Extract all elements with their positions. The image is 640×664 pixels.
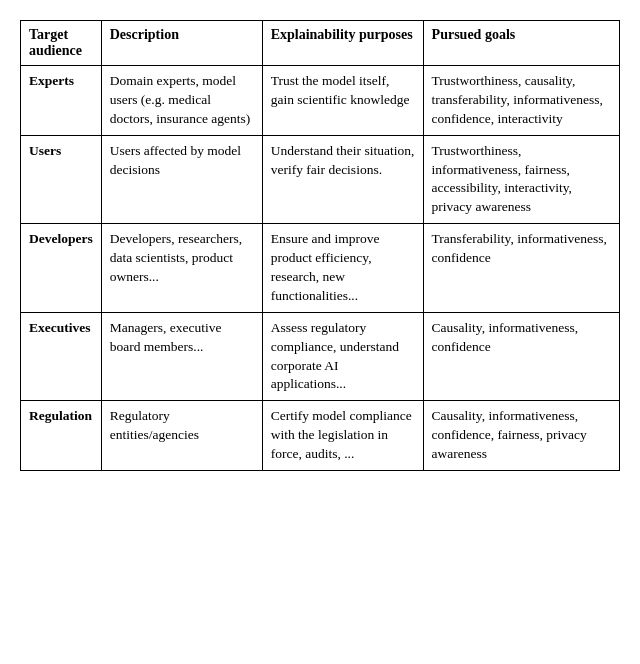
cell-description: Developers, researchers, data scientists…	[101, 224, 262, 313]
table-row: DevelopersDevelopers, researchers, data …	[21, 224, 620, 313]
table-row: ExecutivesManagers, executive board memb…	[21, 312, 620, 401]
cell-goals: Causality, informativeness, confidence	[423, 312, 619, 401]
cell-description: Managers, executive board members...	[101, 312, 262, 401]
cell-description: Users affected by model decisions	[101, 135, 262, 224]
cell-goals: Causality, informativeness, confidence, …	[423, 401, 619, 471]
cell-description: Regulatory entities/agencies	[101, 401, 262, 471]
table-row: RegulationRegulatory entities/agenciesCe…	[21, 401, 620, 471]
cell-explainability: Understand their situation, verify fair …	[262, 135, 423, 224]
cell-audience: Regulation	[21, 401, 102, 471]
cell-goals: Transferability, informativeness, confid…	[423, 224, 619, 313]
cell-goals: Trustworthiness, informativeness, fairne…	[423, 135, 619, 224]
cell-goals: Trustworthiness, causality, transferabil…	[423, 66, 619, 136]
header-explainability: Explainability purposes	[262, 21, 423, 66]
cell-explainability: Assess regulatory compliance, understand…	[262, 312, 423, 401]
cell-audience: Experts	[21, 66, 102, 136]
cell-description: Domain experts, model users (e.g. medica…	[101, 66, 262, 136]
table-row: UsersUsers affected by model decisionsUn…	[21, 135, 620, 224]
cell-explainability: Trust the model itself, gain scientific …	[262, 66, 423, 136]
header-target: Target audience	[21, 21, 102, 66]
cell-audience: Executives	[21, 312, 102, 401]
cell-explainability: Certify model compliance with the legisl…	[262, 401, 423, 471]
table-row: ExpertsDomain experts, model users (e.g.…	[21, 66, 620, 136]
cell-explainability: Ensure and improve product efficiency, r…	[262, 224, 423, 313]
main-table-container: Target audience Description Explainabili…	[20, 20, 620, 471]
cell-audience: Developers	[21, 224, 102, 313]
audience-table: Target audience Description Explainabili…	[20, 20, 620, 471]
header-description: Description	[101, 21, 262, 66]
table-header-row: Target audience Description Explainabili…	[21, 21, 620, 66]
cell-audience: Users	[21, 135, 102, 224]
header-goals: Pursued goals	[423, 21, 619, 66]
